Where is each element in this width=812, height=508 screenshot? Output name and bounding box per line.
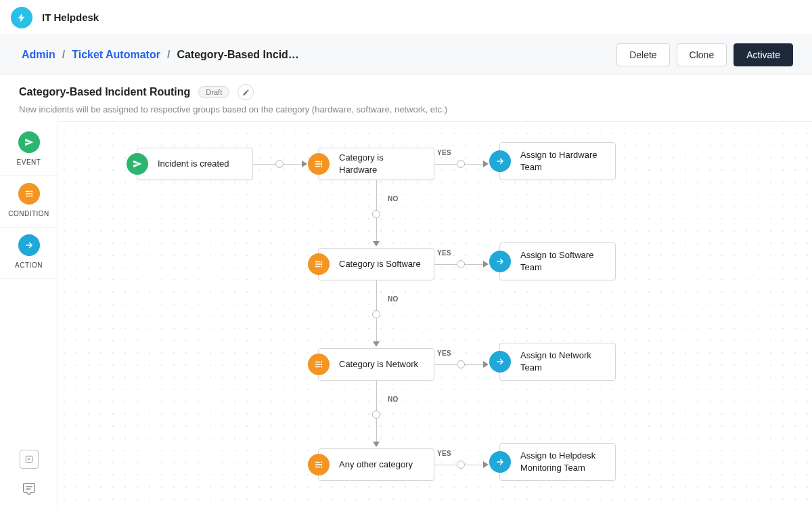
connector-port[interactable] — [372, 410, 380, 419]
node-cond1-label: Category is Hardware — [330, 152, 434, 175]
condition-icon — [308, 354, 330, 375]
arrow-down-icon — [373, 341, 380, 347]
node-event[interactable]: Incident is created — [137, 148, 253, 180]
page-title-row: Category-Based Incident Routing Draft — [19, 84, 793, 100]
delete-button[interactable]: Delete — [616, 43, 669, 66]
svg-point-5 — [321, 261, 322, 262]
edge-yes-3: YES — [437, 350, 451, 357]
chat-icon — [22, 482, 36, 496]
node-act3-label: Assign to Network Team — [511, 350, 615, 373]
edge-yes-2: YES — [437, 249, 451, 257]
breadcrumb-sep: / — [167, 49, 170, 61]
node-act4-label: Assign to Helpdesk Monitoring Team — [511, 450, 615, 473]
node-cond2-label: Category is Software — [330, 258, 433, 270]
edge-no-3: NO — [388, 396, 399, 403]
rail-condition[interactable]: CONDITION — [0, 176, 58, 228]
breadcrumb-automator[interactable]: Ticket Automator — [72, 49, 160, 61]
node-cond-4[interactable]: Any other category — [318, 448, 434, 481]
topbar: IT Helpdesk — [0, 0, 812, 35]
breadcrumb-admin[interactable]: Admin — [22, 49, 55, 61]
breadcrumb: Admin / Ticket Automator / Category-Base… — [19, 49, 610, 61]
node-cond-2[interactable]: Category is Software — [318, 248, 434, 280]
node-act1-label: Assign to Hardware Team — [511, 149, 615, 173]
side-rail: EVENT CONDITION ACTION — [0, 115, 58, 508]
node-act-1[interactable]: Assign to Hardware Team — [499, 142, 616, 180]
svg-point-8 — [321, 366, 322, 367]
action-icon — [489, 451, 511, 473]
node-cond-3[interactable]: Category is Network — [318, 348, 434, 381]
edit-button[interactable] — [238, 84, 254, 100]
page-title: Category-Based Incident Routing — [19, 86, 190, 98]
condition-icon — [308, 153, 330, 175]
connector-port[interactable] — [457, 360, 465, 368]
event-icon — [127, 153, 148, 175]
node-act-2[interactable]: Assign to Software Team — [499, 242, 616, 280]
app-logo — [11, 7, 32, 28]
arrow-down-icon — [373, 241, 380, 247]
workspace: EVENT CONDITION ACTION — [0, 115, 812, 508]
play-tutorial-button[interactable] — [20, 450, 39, 469]
edge-no-2: NO — [388, 295, 399, 303]
node-act-4[interactable]: Assign to Helpdesk Monitoring Team — [499, 443, 616, 481]
rail-condition-label: CONDITION — [8, 210, 49, 217]
svg-point-7 — [321, 361, 322, 362]
connector-port[interactable] — [457, 160, 465, 168]
svg-point-0 — [30, 190, 32, 192]
action-icon — [489, 251, 511, 272]
play-icon — [24, 454, 34, 464]
rail-event[interactable]: EVENT — [0, 125, 58, 176]
connector-port[interactable] — [275, 160, 284, 168]
arrow-right-icon — [483, 361, 489, 368]
svg-point-10 — [321, 466, 322, 467]
breadcrumb-current: Category-Based Incid… — [177, 49, 298, 61]
node-cond-1[interactable]: Category is Hardware — [318, 148, 434, 180]
action-icon — [489, 150, 511, 172]
node-cond4-label: Any other category — [330, 459, 425, 471]
connector-port[interactable] — [372, 210, 380, 218]
svg-point-3 — [321, 161, 322, 162]
rail-action[interactable]: ACTION — [0, 228, 58, 279]
flow-canvas[interactable]: Incident is created Category is Hardware… — [58, 115, 812, 508]
pencil-icon — [242, 89, 250, 96]
edge-yes-4: YES — [437, 450, 451, 457]
arrow-right-icon — [483, 461, 489, 468]
app-title: IT Helpdesk — [42, 12, 99, 23]
breadcrumb-sep: / — [62, 49, 65, 61]
edge-no-1: NO — [388, 195, 399, 203]
event-icon — [18, 131, 40, 153]
node-act2-label: Assign to Software Team — [511, 249, 615, 273]
svg-point-6 — [321, 266, 322, 267]
actionbar: Admin / Ticket Automator / Category-Base… — [0, 35, 812, 75]
svg-point-1 — [30, 195, 32, 196]
feedback-button[interactable] — [20, 480, 39, 499]
arrow-right-icon — [483, 261, 489, 268]
arrow-right-icon — [483, 161, 489, 167]
status-badge: Draft — [198, 86, 229, 98]
connector-port[interactable] — [457, 461, 465, 469]
rail-event-label: EVENT — [17, 158, 41, 166]
condition-icon — [308, 253, 330, 275]
page-description: New incidents will be assigned to respec… — [19, 104, 793, 114]
activate-button[interactable]: Activate — [734, 43, 793, 66]
condition-icon — [18, 183, 40, 205]
clone-button[interactable]: Clone — [677, 43, 727, 66]
node-act-3[interactable]: Assign to Network Team — [499, 343, 616, 381]
connector-port[interactable] — [457, 260, 465, 268]
connector-port[interactable] — [372, 310, 380, 318]
rail-bottom — [0, 450, 58, 499]
svg-point-9 — [321, 461, 322, 463]
svg-point-4 — [321, 165, 322, 167]
condition-icon — [308, 454, 330, 475]
node-event-label: Incident is created — [148, 158, 242, 170]
rail-action-label: ACTION — [15, 261, 43, 269]
arrow-down-icon — [373, 442, 380, 447]
edge-yes-1: YES — [437, 149, 451, 156]
node-cond3-label: Category is Network — [330, 358, 430, 371]
arrow-right-icon — [302, 161, 307, 167]
action-icon — [18, 234, 40, 256]
action-icon — [489, 351, 511, 373]
